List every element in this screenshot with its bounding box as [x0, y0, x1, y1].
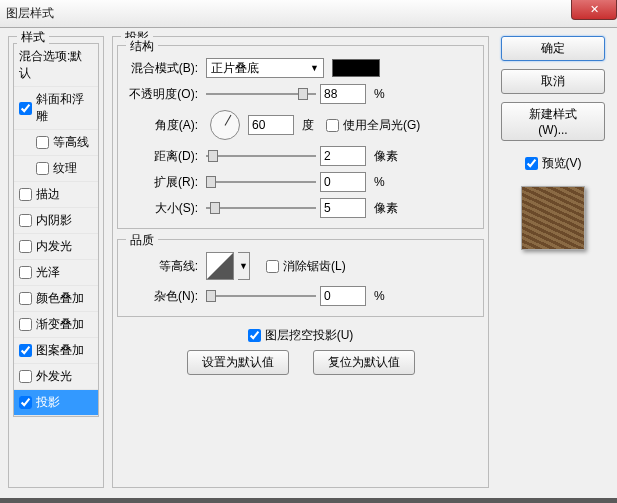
- contour-picker[interactable]: [206, 252, 234, 280]
- shadow-color-swatch[interactable]: [332, 59, 380, 77]
- distance-slider[interactable]: [206, 148, 316, 164]
- blend-mode-label: 混合模式(B):: [122, 60, 202, 77]
- angle-label: 角度(A):: [122, 117, 202, 134]
- style-item-4[interactable]: 内阴影: [14, 208, 98, 234]
- opacity-label: 不透明度(O):: [122, 86, 202, 103]
- styles-list: 混合选项:默认 斜面和浮雕等高线纹理描边内阴影内发光光泽颜色叠加渐变叠加图案叠加…: [13, 43, 99, 417]
- opacity-input[interactable]: [320, 84, 366, 104]
- knockout-label: 图层挖空投影(U): [265, 327, 354, 344]
- style-checkbox-9[interactable]: [19, 344, 32, 357]
- window-title: 图层样式: [6, 5, 54, 22]
- style-checkbox-10[interactable]: [19, 370, 32, 383]
- contour-label: 等高线:: [122, 258, 202, 275]
- knockout-checkbox[interactable]: [248, 329, 261, 342]
- style-item-7[interactable]: 颜色叠加: [14, 286, 98, 312]
- style-label-7: 颜色叠加: [36, 290, 84, 307]
- angle-input[interactable]: [248, 115, 294, 135]
- preview-label: 预览(V): [542, 155, 582, 172]
- opacity-slider[interactable]: [206, 86, 316, 102]
- style-checkbox-6[interactable]: [19, 266, 32, 279]
- style-item-5[interactable]: 内发光: [14, 234, 98, 260]
- make-default-button[interactable]: 设置为默认值: [187, 350, 289, 375]
- use-global-label: 使用全局光(G): [343, 117, 420, 134]
- style-item-9[interactable]: 图案叠加: [14, 338, 98, 364]
- blend-options-item[interactable]: 混合选项:默认: [14, 44, 98, 87]
- style-label-8: 渐变叠加: [36, 316, 84, 333]
- style-label-1: 等高线: [53, 134, 89, 151]
- contour-arrow[interactable]: ▼: [238, 252, 250, 280]
- size-slider[interactable]: [206, 200, 316, 216]
- size-input[interactable]: [320, 198, 366, 218]
- style-checkbox-7[interactable]: [19, 292, 32, 305]
- spread-label: 扩展(R):: [122, 174, 202, 191]
- style-item-8[interactable]: 渐变叠加: [14, 312, 98, 338]
- style-label-5: 内发光: [36, 238, 72, 255]
- preview-checkbox[interactable]: [525, 157, 538, 170]
- new-style-button[interactable]: 新建样式(W)...: [501, 102, 605, 141]
- spread-input[interactable]: [320, 172, 366, 192]
- style-label-11: 投影: [36, 394, 60, 411]
- style-checkbox-3[interactable]: [19, 188, 32, 201]
- style-checkbox-8[interactable]: [19, 318, 32, 331]
- style-checkbox-2[interactable]: [36, 162, 49, 175]
- style-item-0[interactable]: 斜面和浮雕: [14, 87, 98, 130]
- styles-panel: 样式 混合选项:默认 斜面和浮雕等高线纹理描边内阴影内发光光泽颜色叠加渐变叠加图…: [8, 36, 104, 490]
- title-bar: 图层样式 ✕: [0, 0, 617, 28]
- noise-label: 杂色(N):: [122, 288, 202, 305]
- noise-input[interactable]: [320, 286, 366, 306]
- style-item-10[interactable]: 外发光: [14, 364, 98, 390]
- style-item-11[interactable]: 投影: [14, 390, 98, 416]
- spread-slider[interactable]: [206, 174, 316, 190]
- style-item-1[interactable]: 等高线: [14, 130, 98, 156]
- noise-slider[interactable]: [206, 288, 316, 304]
- reset-default-button[interactable]: 复位为默认值: [313, 350, 415, 375]
- style-item-3[interactable]: 描边: [14, 182, 98, 208]
- blend-mode-select[interactable]: 正片叠底: [206, 58, 324, 78]
- style-item-2[interactable]: 纹理: [14, 156, 98, 182]
- size-label: 大小(S):: [122, 200, 202, 217]
- style-label-6: 光泽: [36, 264, 60, 281]
- style-checkbox-11[interactable]: [19, 396, 32, 409]
- quality-legend: 品质: [126, 232, 158, 249]
- style-label-2: 纹理: [53, 160, 77, 177]
- style-checkbox-0[interactable]: [19, 102, 32, 115]
- style-label-4: 内阴影: [36, 212, 72, 229]
- style-label-9: 图案叠加: [36, 342, 84, 359]
- ok-button[interactable]: 确定: [501, 36, 605, 61]
- close-button[interactable]: ✕: [571, 0, 617, 20]
- cancel-button[interactable]: 取消: [501, 69, 605, 94]
- styles-legend: 样式: [17, 29, 49, 46]
- style-checkbox-1[interactable]: [36, 136, 49, 149]
- style-item-6[interactable]: 光泽: [14, 260, 98, 286]
- style-label-3: 描边: [36, 186, 60, 203]
- use-global-light-checkbox[interactable]: [326, 119, 339, 132]
- structure-legend: 结构: [126, 38, 158, 55]
- angle-dial[interactable]: [210, 110, 240, 140]
- main-area: 样式 混合选项:默认 斜面和浮雕等高线纹理描边内阴影内发光光泽颜色叠加渐变叠加图…: [0, 28, 617, 498]
- style-label-10: 外发光: [36, 368, 72, 385]
- distance-input[interactable]: [320, 146, 366, 166]
- antialias-label: 消除锯齿(L): [283, 258, 346, 275]
- right-panel: 确定 取消 新建样式(W)... 预览(V): [497, 36, 609, 490]
- antialias-checkbox[interactable]: [266, 260, 279, 273]
- preview-thumbnail: [521, 186, 585, 250]
- shadow-panel: 投影 结构 混合模式(B): 正片叠底 不透明度(O): %: [112, 36, 489, 490]
- style-checkbox-5[interactable]: [19, 240, 32, 253]
- style-label-0: 斜面和浮雕: [36, 91, 93, 125]
- distance-label: 距离(D):: [122, 148, 202, 165]
- style-checkbox-4[interactable]: [19, 214, 32, 227]
